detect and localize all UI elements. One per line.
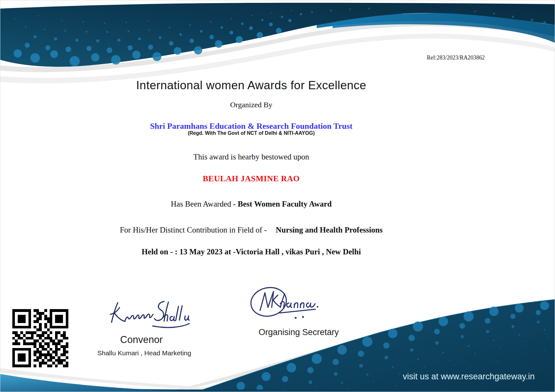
secretary-signature [246,284,333,322]
secretary-title: Organising Secretary [257,327,340,337]
website-line: visit us at www.researchgateway.in [403,372,535,382]
field-prefix: For His/Her Distinct Contribution in Fie… [120,226,269,234]
qr-code-icon [12,309,68,367]
organization-name: Shri Paramhans Education & Research Foun… [0,121,502,131]
award-title: Best Women Faculty Award [238,200,332,208]
convenor-detail: Shallu Kumari , Head Marketing [78,349,211,357]
ref-number: Ref:283/2023/RA203862 [427,54,485,61]
award-line: Has Been Awarded - Best Women Faculty Aw… [0,200,502,208]
recipient-name: BEULAH JASMINE RAO [0,174,502,184]
field-value: Nursing and Health Professions [276,226,383,234]
registration-note: (Regd. With The Govt of NCT of Delhi & N… [0,130,502,136]
award-prefix: Has Been Awarded - [171,200,238,208]
convenor-signature [107,298,190,331]
event-line: Held on - : 13 May 2023 at -Victoria Hal… [0,247,502,256]
certificate-title: International women Awards for Excellenc… [0,79,502,92]
certificate-page: Ref:283/2023/RA203862 International wome… [0,0,555,392]
convenor-title: Convenor [100,334,183,345]
bestowed-line: This award is hearby bestowed upon [0,152,502,161]
organized-by-label: Organized By [0,101,502,109]
field-line: For His/Her Distinct Contribution in Fie… [0,226,502,234]
